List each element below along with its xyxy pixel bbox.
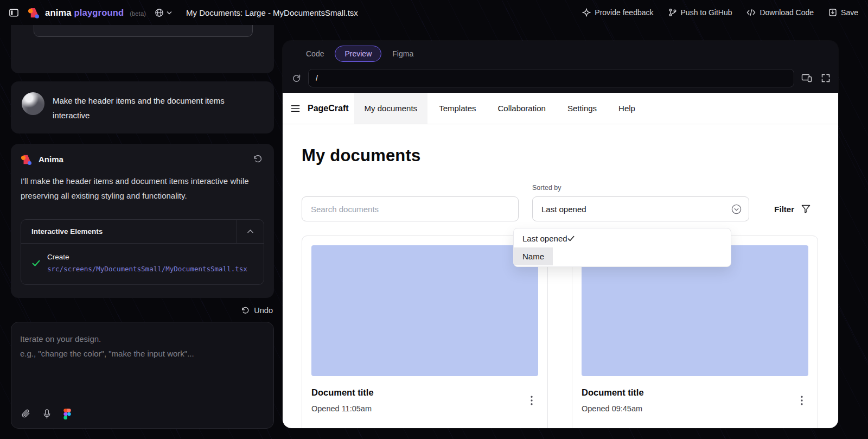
document-thumbnail (311, 245, 538, 376)
previous-message-card (11, 25, 274, 73)
mic-button[interactable] (43, 409, 51, 419)
window-title: My Documents: Large - MyDocumentsSmall.t… (186, 8, 358, 17)
download-code-button[interactable]: Download Code (746, 8, 814, 17)
document-title: Document title (311, 387, 374, 398)
topbar: anima playground (beta) My Documents: La… (0, 0, 868, 25)
anima-logo-icon (28, 7, 40, 19)
save-button[interactable]: Save (828, 8, 858, 17)
kebab-icon (531, 396, 533, 405)
preview-panel: Code Preview Figma (283, 41, 838, 428)
filter-label: Filter (774, 205, 794, 214)
step-file-path: src/screens/MyDocumentsSmall/MyDocuments… (47, 265, 247, 273)
document-menu-button[interactable] (795, 392, 808, 409)
url-bar-icons (801, 74, 830, 82)
save-icon (828, 8, 837, 17)
check-icon (32, 260, 40, 266)
hamburger-icon (291, 105, 300, 112)
push-to-github-button[interactable]: Push to GitHub (668, 8, 732, 17)
tab-code[interactable]: Code (299, 46, 331, 62)
microphone-icon (43, 409, 51, 419)
tab-figma[interactable]: Figma (385, 46, 420, 62)
refresh-button[interactable] (292, 74, 301, 83)
assistant-header: Anima (21, 153, 264, 166)
menu-item-label: Last opened (522, 234, 567, 243)
nav-item-collaboration[interactable]: Collaboration (488, 93, 556, 124)
nav-item-templates[interactable]: Templates (429, 93, 486, 124)
nav-item-my-documents[interactable]: My documents (354, 93, 428, 124)
brand-text: anima playground (beta) (45, 8, 146, 18)
placeholder-line-1: Iterate on your design. (20, 332, 265, 346)
chat-input-placeholder: Iterate on your design. e.g., "change th… (20, 332, 265, 361)
sort-select-value: Last opened (541, 205, 586, 214)
circle-chevron-down-icon (731, 203, 742, 215)
kebab-icon (801, 396, 803, 405)
figma-import-button[interactable] (63, 409, 71, 419)
brand-accent: playground (74, 8, 124, 17)
interactive-elements-header: Interactive Elements (21, 220, 264, 244)
code-icon (746, 9, 756, 16)
app-brand: PageCraft (308, 93, 354, 124)
nav-item-settings[interactable]: Settings (557, 93, 607, 124)
rendered-app: PageCraft My documents Templates Collabo… (283, 93, 838, 428)
app-content: My documents Sorted by Last opened Filte… (283, 124, 838, 428)
expand-icon (821, 74, 830, 82)
chat-input[interactable]: Iterate on your design. e.g., "change th… (11, 322, 274, 429)
topbar-actions: Provide feedback Push to GitHub Download… (582, 8, 858, 17)
document-menu-button[interactable] (525, 392, 538, 409)
user-message-text: Make the header items and the document i… (53, 92, 263, 123)
interactive-elements-title: Interactive Elements (21, 220, 237, 243)
device-toggle-button[interactable] (801, 74, 812, 82)
revert-button[interactable] (252, 153, 264, 166)
git-branch-icon (668, 8, 677, 17)
menu-button[interactable] (283, 93, 308, 124)
sidebar-panel-icon (9, 8, 19, 18)
attachment-thumbnail (34, 25, 253, 37)
attach-button[interactable] (21, 409, 30, 419)
filter-button[interactable]: Filter (774, 196, 810, 221)
menu-item-name[interactable]: Name (514, 247, 553, 265)
preview-tabs: Code Preview Figma (283, 41, 838, 67)
fullscreen-button[interactable] (821, 74, 830, 82)
interactive-elements-panel: Interactive Elements Create src/screens/… (21, 219, 264, 285)
undo-row: Undo (11, 298, 274, 322)
chat-panel: Make the header items and the document i… (11, 25, 274, 429)
sparkle-icon (582, 8, 591, 17)
nav-item-help[interactable]: Help (608, 93, 646, 124)
assistant-message-card: Anima I'll make the header items and doc… (11, 144, 274, 298)
anima-avatar-icon (21, 154, 33, 166)
document-opened-time: Opened 11:05am (311, 404, 374, 413)
sort-select[interactable]: Last opened (532, 196, 749, 221)
push-to-github-label: Push to GitHub (681, 8, 732, 17)
beta-label: (beta) (130, 10, 146, 17)
create-step-row: Create src/screens/MyDocumentsSmall/MyDo… (21, 244, 264, 284)
figma-icon (63, 409, 71, 419)
collapse-button[interactable] (237, 220, 264, 243)
chevron-up-icon (247, 230, 253, 233)
url-bar (283, 67, 838, 93)
search-input[interactable] (302, 196, 519, 221)
document-info: Document title Opened 11:05am (311, 387, 374, 413)
brand-name: anima (45, 8, 72, 17)
check-icon (567, 236, 575, 241)
undo-icon (253, 155, 263, 164)
page-title: My documents (302, 147, 819, 164)
globe-icon (155, 8, 164, 17)
assistant-name: Anima (39, 155, 63, 164)
save-label: Save (841, 8, 858, 17)
menu-item-last-opened[interactable]: Last opened (514, 230, 583, 247)
sidebar-toggle-button[interactable] (9, 8, 19, 18)
responsive-devices-icon (801, 74, 812, 82)
url-input[interactable] (308, 69, 794, 87)
document-card[interactable]: Document title Opened 11:05am (302, 236, 548, 428)
placeholder-line-2: e.g., "change the color", "make the inpu… (20, 346, 265, 361)
app-header: PageCraft My documents Templates Collabo… (283, 93, 838, 124)
tab-preview[interactable]: Preview (335, 46, 381, 62)
document-title: Document title (582, 387, 644, 398)
language-globe-button[interactable] (155, 8, 172, 17)
refresh-icon (292, 74, 301, 83)
sorted-by-label: Sorted by (532, 184, 749, 192)
document-card-footer: Document title Opened 09:45am (582, 387, 808, 413)
sort-dropdown-menu: Last opened Name (513, 228, 731, 267)
undo-button[interactable]: Undo (241, 306, 273, 315)
provide-feedback-button[interactable]: Provide feedback (582, 8, 653, 17)
